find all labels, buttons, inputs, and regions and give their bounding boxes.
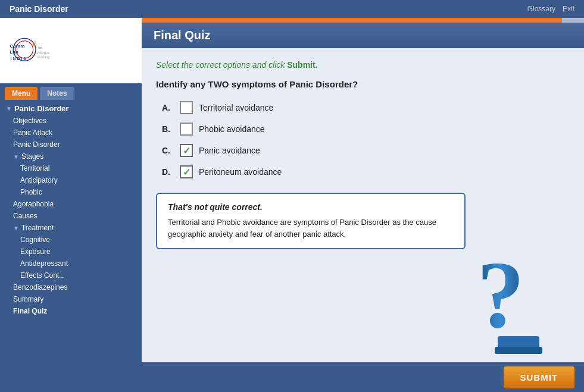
option-label-c: C. <box>162 146 174 155</box>
option-text-b: Phobic avoidance <box>199 124 265 134</box>
arrow-icon: ▼ <box>13 153 19 160</box>
sidebar-item-antidepressant[interactable]: Antidepressant <box>0 258 142 269</box>
sidebar-item-summary[interactable]: Summary <box>0 293 142 305</box>
option-label-d: D. <box>162 167 174 177</box>
sidebar-item-agoraphobia[interactable]: Agoraphobia <box>0 198 142 210</box>
app-title: Panic Disorder <box>10 4 68 14</box>
sidebar-item-anticipatory[interactable]: Anticipatory <box>0 174 142 186</box>
checkmark-icon: ✓ <box>183 167 190 178</box>
sidebar-tabs: Menu Notes <box>0 83 142 100</box>
sidebar-item-final-quiz[interactable]: Final Quiz <box>0 305 142 317</box>
option-label-a: A. <box>162 103 174 112</box>
content-header-title: Final Quiz <box>154 29 572 42</box>
sidebar-item-effects-cont[interactable]: Effects Cont... <box>0 269 142 281</box>
svg-text:effective: effective <box>36 51 49 54</box>
progress-bar-fill <box>142 18 562 23</box>
menu-item-label: Stages <box>21 152 43 161</box>
sidebar-item-phobic[interactable]: Phobic <box>0 186 142 198</box>
content-header: Final Quiz <box>142 23 584 48</box>
main-layout: Comm Lab INDIA for effective learning ® … <box>0 18 584 392</box>
svg-text:Lab: Lab <box>10 49 18 54</box>
app-header: Panic Disorder Glossary Exit <box>0 0 584 18</box>
menu-item-label: Phobic <box>20 188 42 196</box>
sidebar-item-treatment[interactable]: ▼Treatment <box>0 222 142 234</box>
menu-item-label: Final Quiz <box>13 307 47 315</box>
menu-item-label: Panic Disorder <box>13 140 60 149</box>
option-label-b: B. <box>162 124 174 134</box>
menu-tree: ▼Panic DisorderObjectivesPanic AttackPan… <box>0 100 142 392</box>
logo-area: Comm Lab INDIA for effective learning ® <box>0 18 142 83</box>
menu-item-label: Benzodiazepines <box>13 283 67 291</box>
option-row-b: B.Phobic avoidance <box>162 123 570 136</box>
menu-item-label: Cognitive <box>20 236 50 244</box>
arrow-icon: ▼ <box>13 225 19 231</box>
content-footer: SUBMIT <box>142 362 584 392</box>
content-area: Final Quiz Select the correct options an… <box>142 18 584 392</box>
option-text-c: Panic avoidance <box>199 146 260 155</box>
submit-button[interactable]: SUBMIT <box>504 366 575 388</box>
question-text: Identify any TWO symptoms of Panic Disor… <box>156 79 570 89</box>
options-list: A.Territorial avoidanceB.Phobic avoidanc… <box>162 101 570 178</box>
question-mark-decoration: ? <box>471 235 566 356</box>
menu-item-label: Treatment <box>21 224 54 232</box>
progress-bar-container <box>142 18 584 23</box>
exit-link[interactable]: Exit <box>563 5 574 13</box>
sidebar-item-panic-disorder-top[interactable]: ▼Panic Disorder <box>0 102 142 115</box>
option-text-d: Peritoneum avoidance <box>199 167 282 177</box>
checkbox-b[interactable] <box>180 123 193 136</box>
sidebar-item-cognitive[interactable]: Cognitive <box>0 234 142 246</box>
sidebar-item-panic-attack[interactable]: Panic Attack <box>0 127 142 139</box>
arrow-icon: ▼ <box>6 105 12 112</box>
checkbox-d[interactable]: ✓ <box>180 165 193 178</box>
svg-text:for: for <box>38 45 42 49</box>
svg-text:INDIA: INDIA <box>11 56 28 60</box>
menu-item-label: Antidepressant <box>20 259 68 268</box>
feedback-box: That's not quite correct. Territorial an… <box>156 193 466 249</box>
svg-text:®: ® <box>34 40 36 44</box>
svg-rect-12 <box>495 347 542 354</box>
checkbox-c[interactable]: ✓ <box>180 144 193 157</box>
checkbox-a[interactable] <box>180 101 193 114</box>
svg-rect-11 <box>498 336 539 348</box>
checkmark-icon: ✓ <box>183 145 190 156</box>
sidebar-item-exposure[interactable]: Exposure <box>0 246 142 258</box>
logo-svg: Comm Lab INDIA for effective learning ® <box>7 35 55 67</box>
tab-menu[interactable]: Menu <box>5 87 38 100</box>
menu-item-label: Summary <box>13 295 43 303</box>
option-row-a: A.Territorial avoidance <box>162 101 570 114</box>
menu-item-label: Causes <box>13 212 38 220</box>
instruction-prefix: Select the correct options and click <box>156 60 287 70</box>
sidebar-item-stages[interactable]: ▼Stages <box>0 150 142 162</box>
header-links: Glossary Exit <box>527 5 574 13</box>
sidebar-item-territorial[interactable]: Territorial <box>0 162 142 174</box>
svg-text:Comm: Comm <box>10 43 24 49</box>
menu-item-label: Objectives <box>13 117 46 125</box>
menu-item-label: Effects Cont... <box>20 271 65 280</box>
option-text-a: Territorial avoidance <box>199 103 273 112</box>
menu-item-label: Anticipatory <box>20 176 58 184</box>
question-mark-svg: ? <box>471 235 566 354</box>
sidebar-item-objectives[interactable]: Objectives <box>0 115 142 127</box>
menu-item-label: Panic Disorder <box>14 104 69 113</box>
option-row-c: C.✓Panic avoidance <box>162 144 570 157</box>
menu-item-label: Exposure <box>20 247 51 256</box>
instruction-text: Select the correct options and click Sub… <box>156 60 570 70</box>
menu-item-label: Territorial <box>20 164 49 173</box>
svg-text:learning: learning <box>38 55 50 58</box>
option-row-d: D.✓Peritoneum avoidance <box>162 165 570 178</box>
sidebar-item-panic-disorder-sub[interactable]: Panic Disorder <box>0 139 142 150</box>
sidebar-item-benzodiazepines[interactable]: Benzodiazepines <box>0 281 142 293</box>
instruction-bold: Submit. <box>287 60 317 70</box>
menu-item-label: Panic Attack <box>13 128 52 137</box>
menu-item-label: Agoraphobia <box>13 200 54 208</box>
sidebar: Comm Lab INDIA for effective learning ® … <box>0 18 142 392</box>
sidebar-item-causes[interactable]: Causes <box>0 210 142 222</box>
glossary-link[interactable]: Glossary <box>527 5 555 13</box>
svg-text:?: ? <box>477 242 524 348</box>
tab-notes[interactable]: Notes <box>40 87 74 100</box>
feedback-title: That's not quite correct. <box>168 202 454 212</box>
feedback-text: Territorial and Phobic avoidance are sym… <box>168 217 454 240</box>
content-body: Select the correct options and click Sub… <box>142 48 584 362</box>
